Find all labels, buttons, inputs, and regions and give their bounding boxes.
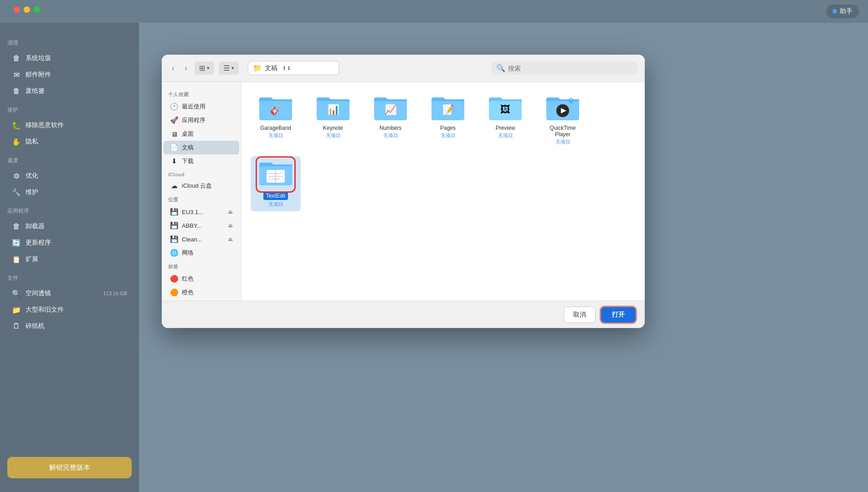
top-bar: 助手 [0,0,868,23]
recycle-icon: 🗑 [12,87,21,96]
files-grid: 🎸 GarageBand 无项目 📊 Keynote 无项目 [251,91,636,211]
file-item-textedit[interactable]: TextEdit 无项目 [251,156,301,211]
maximize-button[interactable] [34,6,40,13]
apps-icon: 🚀 [170,116,178,124]
section-title-apps: 应用程序 [7,207,132,215]
ds-item-documents[interactable]: 📄 文稿 [164,141,239,154]
drive-icon-2: 💾 [170,221,178,230]
dialog-main: 🎸 GarageBand 无项目 📊 Keynote 无项目 [241,82,645,301]
svg-text:📈: 📈 [385,103,397,116]
minimize-button[interactable] [24,6,30,13]
sidebar-item-update[interactable]: 🔄 更新程序 [7,235,132,251]
ds-item-icloud[interactable]: ☁ iCloud 云盘 [164,179,239,193]
back-button[interactable]: ‹ [169,62,177,75]
sidebar-item-label: 邮件附件 [26,71,51,79]
folder-icon-textedit [259,160,292,187]
location-text: 文稿 [265,64,277,72]
file-label-quicktime: QuickTime Player [541,125,584,138]
ds-item-abby[interactable]: 💾 ABBY... ⏏ [164,219,239,232]
downloads-icon: ⬇ [170,157,178,165]
location-folder-icon: 📁 [253,64,262,72]
file-sublabel-numbers: 无项目 [383,132,398,139]
folder-icon-numbers: 📈 [374,95,407,122]
sidebar-item-label: 大型和旧文件 [26,306,64,314]
network-icon: 🌐 [170,249,178,257]
folder-icon-garageband: 🎸 [259,95,292,122]
ds-item-clean[interactable]: 💾 Clean... ⏏ [164,232,239,246]
file-item-pages[interactable]: 📝 Pages 无项目 [423,91,473,149]
ds-item-downloads[interactable]: ⬇ 下载 [164,154,239,168]
file-item-numbers[interactable]: 📈 Numbers 无项目 [365,91,416,149]
svg-text:🎸: 🎸 [270,103,282,116]
sidebar-item-uninstall[interactable]: 🗑 卸载器 [7,219,132,234]
cancel-button[interactable]: 取消 [564,307,596,323]
eject-eu3-button[interactable]: ⏏ [228,209,233,215]
search-bar[interactable]: 🔍 [492,62,637,75]
folder-icon-keynote: 📊 [317,95,349,122]
ds-item-desktop[interactable]: 🖥 桌面 [164,127,239,141]
close-button[interactable] [14,6,20,13]
sidebar-item-optimize[interactable]: ⚙ 优化 [7,168,132,184]
svg-text:🖼: 🖼 [500,104,510,115]
open-button[interactable]: 打开 [601,307,636,323]
unlock-button[interactable]: 解锁完整版本 [7,457,132,478]
sidebar-item-malware[interactable]: 🐛 移除恶意软件 [7,118,132,133]
ds-item-network[interactable]: 🌐 网络 [164,246,239,260]
ds-item-recent[interactable]: 🕐 最近使用 [164,100,239,113]
section-title-files: 文件 [7,274,132,282]
file-open-dialog: ‹ › ⊞ ▾ ☰ ▾ 📁 文稿 ⬆⬇ 🔍 个人收藏 🕐 最近使用 [162,55,645,328]
ds-item-label: 下载 [182,157,194,165]
ds-item-label: iCloud 云盘 [182,182,212,190]
sidebar-item-recycle[interactable]: 🗑 废纸篓 [7,83,132,99]
sidebar-item-extend[interactable]: 📋 扩展 [7,251,132,267]
sidebar-item-label: 优化 [26,172,38,180]
desktop-icon: 🖥 [170,130,178,138]
ds-item-eu3[interactable]: 💾 EU3.1... ⏏ [164,205,239,219]
textedit-selected-wrapper [259,160,292,189]
sidebar-item-label: 扩展 [26,255,38,263]
sidebar-item-privacy[interactable]: ✋ 隐私 [7,134,132,149]
mail-icon: ✉ [12,70,21,79]
search-input[interactable] [508,65,633,72]
file-item-garageband[interactable]: 🎸 GarageBand 无项目 [251,91,301,149]
list-view-button[interactable]: ☰ ▾ [219,62,239,75]
ds-item-label: 最近使用 [182,102,205,111]
icon-view-chevron: ▾ [207,65,210,71]
forward-button[interactable]: › [182,62,190,75]
uninstall-icon: 🗑 [12,222,21,231]
eject-clean-button[interactable]: ⏏ [228,236,233,242]
file-item-keynote[interactable]: 📊 Keynote 无项目 [308,91,358,149]
dialog-footer: 取消 打开 [162,301,645,328]
sidebar-item-maintain[interactable]: 🔧 维护 [7,184,132,200]
sidebar-item-label: 卸载器 [26,222,45,231]
sidebar-item-large-old[interactable]: 📁 大型和旧文件 [7,302,132,318]
svg-text:Q: Q [569,97,573,103]
ds-item-tag-orange[interactable]: 🟠 橙色 [164,286,239,299]
sidebar-item-label: 移除恶意软件 [26,121,64,129]
assistant-button[interactable]: 助手 [826,5,859,18]
sidebar-item-shredder[interactable]: 🗒 碎纸机 [7,318,132,334]
ds-item-label: Clean... [182,236,202,243]
ds-item-apps[interactable]: 🚀 应用程序 [164,113,239,127]
ds-item-label: 橙色 [182,288,194,297]
update-icon: 🔄 [12,238,21,247]
file-sublabel-quicktime: 无项目 [555,138,570,145]
ds-item-label: 文稿 [182,144,194,152]
ds-item-label: 应用程序 [182,116,205,124]
sidebar-item-label: 系统垃圾 [26,54,51,62]
location-bar: 📁 文稿 ⬆⬇ [248,61,339,75]
section-title-clean: 清理 [7,39,132,47]
sidebar-item-label: 废纸篓 [26,87,45,95]
section-title-protect: 保护 [7,106,132,114]
sidebar-item-sys-trash[interactable]: 🗑 系统垃圾 [7,51,132,66]
file-item-preview[interactable]: 🖼 Preview 无项目 [480,91,530,149]
sidebar-item-label: 隐私 [26,138,38,146]
ds-item-tag-red[interactable]: 🔴 红色 [164,272,239,286]
sidebar-item-mail-attach[interactable]: ✉ 邮件附件 [7,67,132,82]
privacy-icon: ✋ [12,137,21,146]
eject-abby-button[interactable]: ⏏ [228,222,233,229]
list-view-icon: ☰ [223,64,230,72]
file-item-quicktime[interactable]: Q QuickTime Player 无项目 [538,91,588,149]
icon-view-button[interactable]: ⊞ ▾ [195,62,214,75]
sidebar-item-space-lens[interactable]: 🔍 空间透镜 113.16 GB [7,286,132,301]
